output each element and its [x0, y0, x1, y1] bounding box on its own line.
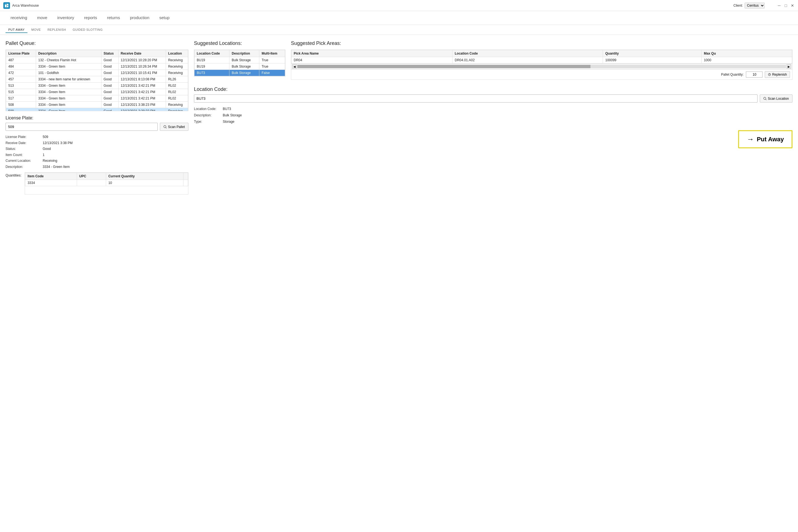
cell-desc: 3334 - new item name for unknown [36, 76, 101, 82]
cell-desc: 3334 - Green Item [36, 95, 101, 102]
maximize-button[interactable]: □ [784, 3, 788, 8]
col-receive-date: Receive Date [118, 50, 166, 57]
pick-area-header: Pick Area Name Location Code Quantity Ma… [291, 50, 792, 57]
cell-scroll-spacer [184, 179, 188, 186]
table-row[interactable]: DR04 DR04.01.A02 100099 1000 [291, 57, 792, 63]
pa-col-qty: Quantity [603, 50, 702, 57]
cell-desc: 3334 - Green Item [36, 102, 101, 108]
cell-location: RL02 [166, 82, 188, 89]
quantities-section: Quantities: Item Code UPC Current Quanti… [5, 172, 188, 194]
table-row[interactable]: BU19 Bulk Storage True [194, 57, 285, 63]
cell-loc-desc: Bulk Storage [229, 70, 259, 76]
nav-item-receiving[interactable]: receiving [5, 11, 32, 25]
replenish-button[interactable]: Replenish [765, 71, 790, 78]
nav-item-reports[interactable]: reports [79, 11, 102, 25]
table-row[interactable]: BU19 Bulk Storage True [194, 63, 285, 70]
client-dropdown[interactable]: Cerritus [744, 2, 765, 8]
quantities-table: Item Code UPC Current Quantity 3334 10 [25, 173, 188, 186]
main-content: Pallet Queue: License Plate Description … [0, 35, 798, 532]
close-button[interactable]: ✕ [790, 3, 795, 8]
cell-date: 12/13/2021 10:26:34 PM [118, 63, 166, 70]
cell-date: 12/13/2021 3:42:21 PM [118, 82, 166, 89]
cell-status: Good [101, 95, 118, 102]
table-row[interactable]: 517 3334 - Green Item Good 12/13/2021 3:… [6, 95, 188, 102]
loc-detail-code: Location Code: BU73 [194, 106, 793, 112]
location-code-title: Location Code: [194, 87, 793, 92]
cell-loc-desc: Bulk Storage [229, 57, 259, 63]
cell-pa-max: 1000 [702, 57, 792, 63]
nav-item-setup[interactable]: setup [154, 11, 174, 25]
lp-details: License Plate: 509 Receive Date: 12/13/2… [5, 134, 188, 170]
cell-location: RL02 [166, 95, 188, 102]
window-controls: ─ □ ✕ [777, 3, 795, 8]
cell-date: 12/13/2021 3:38:23 PM [118, 108, 166, 111]
qty-scroll-col [184, 173, 188, 179]
table-row[interactable]: 457 3334 - new item name for unknown Goo… [6, 76, 188, 82]
qty-header: Item Code UPC Current Quantity [25, 173, 188, 179]
pallet-queue-scroll[interactable]: License Plate Description Status Receive… [6, 50, 188, 111]
cell-date: 12/13/2021 3:42:21 PM [118, 89, 166, 95]
client-section: Client: Cerritus [734, 2, 765, 8]
table-row[interactable]: BU73 Bulk Storage False [194, 70, 285, 76]
cell-location: Receiving [166, 102, 188, 108]
location-code-input[interactable] [194, 94, 758, 102]
sloc-col-multi: Multi-Item [259, 50, 285, 57]
cell-date: 12/13/2021 8:13:08 PM [118, 76, 166, 82]
pick-areas-hscroll[interactable]: Pick Area Name Location Code Quantity Ma… [291, 50, 792, 63]
nav-item-production[interactable]: production [125, 11, 154, 25]
svg-line-5 [166, 128, 167, 128]
sloc-col-code: Location Code [194, 50, 229, 57]
table-row[interactable]: 484 3334 - Green Item Good 12/13/2021 10… [6, 63, 188, 70]
cell-qty: 10 [106, 179, 183, 186]
table-row[interactable]: 509 3334 - Green Item Good 12/13/2021 3:… [6, 108, 188, 111]
table-row[interactable]: 508 3334 - Green Item Good 12/13/2021 3:… [6, 102, 188, 108]
titlebar: Arca Warehouse Client: Cerritus ─ □ ✕ [0, 0, 798, 11]
nav-item-inventory[interactable]: inventory [52, 11, 79, 25]
hscroll-right-btn[interactable]: ▶ [787, 64, 791, 69]
minimize-button[interactable]: ─ [777, 3, 781, 8]
cell-desc: 3334 - Green Item [36, 63, 101, 70]
subnav-replenish[interactable]: REPLENISH [44, 27, 69, 33]
suggested-locations-section: Suggested Locations: Location Code Descr… [194, 40, 285, 80]
cell-loc-multi: False [259, 70, 285, 76]
svg-rect-2 [7, 4, 8, 5]
nav-item-returns[interactable]: returns [102, 11, 125, 25]
svg-rect-3 [7, 6, 8, 7]
scan-location-button[interactable]: Scan Location [760, 94, 793, 102]
cell-desc: 3334 - Green Item [36, 82, 101, 89]
table-row[interactable]: 487 132 - Cheetos Flamin Hot Good 12/13/… [6, 57, 188, 63]
table-row[interactable]: 3334 10 [25, 179, 188, 186]
pallet-queue-table: License Plate Description Status Receive… [6, 50, 188, 111]
table-row[interactable]: 513 3334 - Green Item Good 12/13/2021 3:… [6, 82, 188, 89]
loc-detail-desc: Description: Bulk Storage [194, 112, 793, 119]
put-away-button[interactable]: → Put Away [738, 130, 793, 148]
quantities-scroll[interactable]: Item Code UPC Current Quantity 3334 10 [25, 172, 188, 194]
lp-detail-description: Description: 3334 - Green Item [5, 164, 188, 170]
table-row[interactable]: 515 3334 - Green Item Good 12/13/2021 3:… [6, 89, 188, 95]
hscroll-left-btn[interactable]: ◀ [292, 64, 297, 69]
nav-item-move[interactable]: move [32, 11, 52, 25]
subnav-guided-slotting[interactable]: GUIDED SLOTTING [70, 27, 105, 33]
sub-nav: PUT AWAY MOVE REPLENISH GUIDED SLOTTING [0, 25, 798, 35]
suggested-locations-scroll[interactable]: Location Code Description Multi-Item BU1… [194, 50, 285, 76]
col-location: Location [166, 50, 188, 57]
table-row[interactable]: 472 101 - Goldfish Good 12/13/2021 10:15… [6, 70, 188, 76]
suggested-pick-areas-title: Suggested Pick Areas: [291, 40, 793, 46]
cell-upc [77, 179, 106, 186]
main-nav: receiving move inventory reports returns… [0, 11, 798, 25]
subnav-move[interactable]: MOVE [28, 27, 43, 33]
location-code-section: Location Code: Scan Location Location Co… [194, 87, 793, 125]
license-plate-input[interactable] [5, 123, 158, 131]
cell-lp: 508 [6, 102, 36, 108]
suggested-loc-header: Location Code Description Multi-Item [194, 50, 285, 57]
cell-date: 12/13/2021 3:38:23 PM [118, 102, 166, 108]
subnav-put-away[interactable]: PUT AWAY [5, 27, 27, 33]
license-plate-title: License Plate: [5, 116, 188, 120]
col-description: Description [36, 50, 101, 57]
scan-pallet-button[interactable]: Scan Pallet [160, 123, 188, 131]
right-top: Suggested Locations: Location Code Descr… [194, 40, 793, 80]
cell-location: Receiving [166, 108, 188, 111]
pallet-qty-input[interactable] [746, 72, 762, 78]
cell-status: Good [101, 82, 118, 89]
pa-col-loc: Location Code [453, 50, 603, 57]
